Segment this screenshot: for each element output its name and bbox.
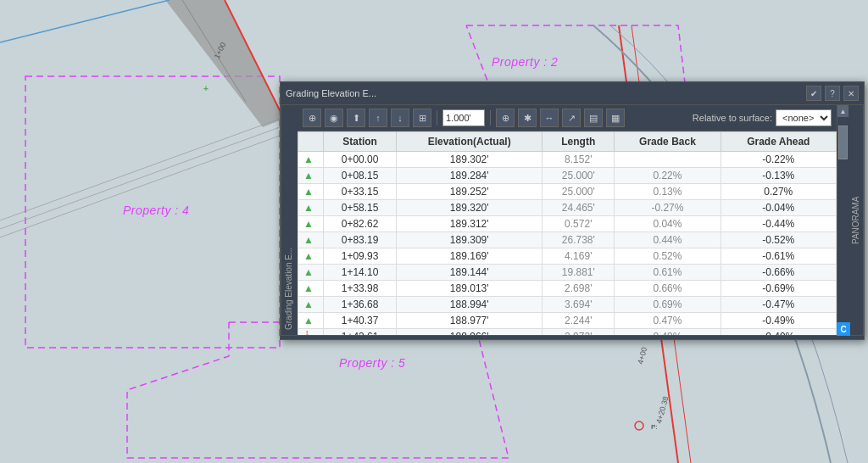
row-icon — [298, 265, 324, 281]
table-row[interactable]: 1+40.37188.977'2.244'0.47%-0.49% — [298, 313, 837, 329]
bottom-c-button[interactable]: C — [837, 322, 850, 336]
panel-title-icons: ✔ ? ✕ — [806, 86, 859, 101]
row-grade-back: 0.47% — [615, 313, 721, 329]
table-row[interactable]: 1+36.68188.994'3.694'0.69%-0.47% — [298, 297, 837, 313]
bottom-bar: C — [281, 335, 864, 339]
scroll-track[interactable] — [837, 117, 849, 323]
row-icon — [298, 216, 324, 232]
row-elevation: 189.320' — [397, 200, 542, 216]
row-length: 24.465' — [542, 200, 615, 216]
row-grade-ahead: -0.69% — [721, 281, 836, 297]
vertical-label: Grading Elevation E... — [281, 105, 298, 335]
grading-elevation-panel: Grading Elevation E... ✔ ? ✕ Grading Ele… — [280, 81, 865, 340]
tb-star-btn[interactable]: ✱ — [518, 109, 537, 127]
tb-up-btn[interactable]: ↑ — [369, 109, 387, 127]
triangle-icon — [303, 202, 315, 214]
panel-help-btn[interactable]: ? — [825, 86, 840, 101]
triangle-exclamation-icon — [303, 331, 315, 335]
row-length: 4.169' — [542, 248, 615, 265]
table-row[interactable]: 0+08.15189.284'25.000'0.22%-0.13% — [298, 168, 837, 184]
row-length: 2.244' — [542, 313, 615, 329]
table-row[interactable]: 0+82.62189.312'0.572'0.04%-0.44% — [298, 216, 837, 232]
row-length: 3.694' — [542, 297, 615, 313]
table-row[interactable]: 1+42.61188.966'2.972'0.49%-0.49% — [298, 329, 837, 336]
table-row[interactable]: 1+33.98189.013'2.698'0.66%-0.69% — [298, 281, 837, 297]
triangle-icon — [303, 266, 315, 278]
row-grade-ahead: -0.44% — [721, 216, 836, 232]
row-grade-ahead: -0.49% — [721, 329, 836, 336]
panel-toolbar: ⊕ ◉ ⬆ ↑ ↓ ⊞ ⊕ ✱ ↔ ↗ ▤ ▦ Relative to surf… — [298, 105, 837, 131]
triangle-icon — [303, 218, 315, 230]
table-row[interactable]: 0+33.15189.252'25.000'0.13%0.27% — [298, 184, 837, 200]
triangle-icon — [303, 298, 315, 310]
triangle-icon — [303, 282, 315, 294]
row-grade-ahead: -0.49% — [721, 313, 836, 329]
svg-line-2 — [0, 136, 280, 237]
table-row[interactable]: 0+83.19189.309'26.738'0.44%-0.52% — [298, 232, 837, 248]
row-icon — [298, 184, 324, 200]
row-grade-back: 0.61% — [615, 265, 721, 281]
table-row[interactable]: 0+58.15189.320'24.465'-0.27%-0.04% — [298, 200, 837, 216]
panel-check-btn[interactable]: ✔ — [806, 86, 821, 101]
svg-point-15 — [635, 421, 643, 430]
row-length: 25.000' — [542, 168, 615, 184]
panel-titlebar: Grading Elevation E... ✔ ? ✕ — [281, 82, 864, 105]
row-grade-ahead: -0.66% — [721, 265, 836, 281]
row-elevation: 189.144' — [397, 265, 542, 281]
tb-table2-btn[interactable]: ▦ — [606, 109, 625, 127]
property-label-2: Property : 2 — [492, 55, 558, 69]
row-station: 1+40.37 — [324, 313, 397, 329]
svg-text:P:: P: — [651, 423, 658, 431]
tb-link-btn[interactable]: ↔ — [540, 109, 559, 127]
svg-line-13 — [0, 0, 170, 42]
svg-text:4+20.38: 4+20.38 — [654, 395, 670, 424]
tb-insert-btn[interactable]: ⬆ — [347, 109, 365, 127]
scroll-thumb[interactable] — [838, 126, 848, 159]
tb-relative-label: Relative to surface: — [693, 113, 772, 123]
row-station: 0+82.62 — [324, 216, 397, 232]
scroll-up-arrow[interactable]: ▲ — [837, 105, 849, 117]
table-row[interactable]: 0+00.00189.302'8.152'-0.22% — [298, 152, 837, 168]
row-length: 25.000' — [542, 184, 615, 200]
row-icon — [298, 281, 324, 297]
tb-table-btn[interactable]: ▤ — [584, 109, 603, 127]
panel-main-content: ⊕ ◉ ⬆ ↑ ↓ ⊞ ⊕ ✱ ↔ ↗ ▤ ▦ Relative to surf… — [298, 105, 837, 335]
row-elevation: 188.977' — [397, 313, 542, 329]
tb-down-btn[interactable]: ↓ — [391, 109, 409, 127]
row-grade-back: -0.27% — [615, 200, 721, 216]
row-length: 19.881' — [542, 265, 615, 281]
tb-snap-btn[interactable]: ⊕ — [496, 109, 515, 127]
panel-title: Grading Elevation E... — [286, 88, 376, 98]
row-elevation: 189.169' — [397, 248, 542, 265]
panel-body: Grading Elevation E... ⊕ ◉ ⬆ ↑ ↓ ⊞ ⊕ ✱ ↔… — [281, 105, 864, 335]
tb-grid-btn[interactable]: ⊞ — [413, 109, 431, 127]
row-station: 1+33.98 — [324, 281, 397, 297]
row-grade-back: 0.44% — [615, 232, 721, 248]
row-grade-back: 0.69% — [615, 297, 721, 313]
tb-relative-select[interactable]: <none> — [776, 109, 832, 126]
row-grade-back — [615, 152, 721, 168]
right-scrollbar[interactable]: ▲ ▼ — [837, 105, 849, 335]
row-station: 1+42.61 — [324, 329, 397, 336]
table-row[interactable]: 1+14.10189.144'19.881'0.61%-0.66% — [298, 265, 837, 281]
tb-add-btn[interactable]: ⊕ — [303, 109, 321, 127]
row-icon — [298, 152, 324, 168]
row-icon — [298, 168, 324, 184]
panel-close-btn[interactable]: ✕ — [843, 86, 859, 101]
property-label-4: Property : 4 — [123, 204, 189, 217]
row-icon — [298, 297, 324, 313]
svg-text:4+00: 4+00 — [636, 346, 648, 365]
tb-value-input[interactable] — [442, 109, 485, 126]
row-elevation: 189.013' — [397, 281, 542, 297]
row-station: 1+14.10 — [324, 265, 397, 281]
row-grade-ahead: -0.47% — [721, 297, 836, 313]
row-elevation: 189.252' — [397, 184, 542, 200]
table-row[interactable]: 1+09.93189.169'4.169'0.52%-0.61% — [298, 248, 837, 265]
panorama-tab[interactable]: PANORAMA — [849, 105, 864, 335]
data-table-container[interactable]: Station Elevation(Actual) Length Grade B… — [298, 131, 837, 335]
row-station: 1+09.93 — [324, 248, 397, 265]
row-icon — [298, 329, 324, 336]
triangle-icon — [303, 315, 315, 326]
tb-ext-btn[interactable]: ↗ — [562, 109, 581, 127]
tb-select-btn[interactable]: ◉ — [325, 109, 343, 127]
